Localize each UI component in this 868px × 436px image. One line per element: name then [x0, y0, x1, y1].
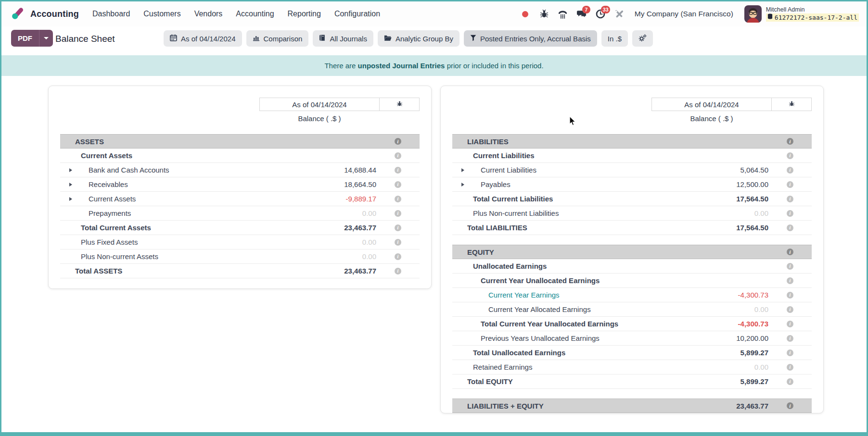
info-icon[interactable]: i — [787, 277, 793, 284]
report-line: Plus Non-current Assets0.00i — [60, 249, 420, 264]
info-icon[interactable]: i — [787, 321, 793, 327]
record-dot-icon[interactable] — [520, 9, 531, 19]
report-settings-button[interactable] — [632, 30, 653, 47]
info-icon[interactable]: i — [787, 167, 793, 174]
info-icon[interactable]: i — [787, 181, 793, 188]
info-icon[interactable]: i — [395, 138, 401, 145]
liabilities-equity-table: LIABILITIESiCurrent LiabilitiesiCurrent … — [452, 134, 812, 413]
line-value: 0.00 — [754, 305, 768, 313]
info-icon[interactable]: i — [787, 378, 793, 385]
info-icon[interactable]: i — [787, 152, 793, 159]
report-line: Total ASSETS23,463.77i — [60, 264, 420, 278]
info-icon[interactable]: i — [395, 152, 401, 159]
info-icon[interactable]: i — [787, 138, 793, 145]
info-icon[interactable]: i — [395, 253, 401, 260]
info-icon[interactable]: i — [787, 349, 793, 356]
pdf-button[interactable]: PDF — [11, 30, 39, 47]
line-label: Total EQUITY — [452, 377, 513, 386]
report-line[interactable]: Payables12,500.00i — [452, 177, 812, 192]
currency-filter-button[interactable]: In .$ — [601, 30, 628, 47]
user-name: Mitchell Admin — [766, 6, 859, 14]
line-label: Current Year Unallocated Earnings — [452, 276, 600, 285]
phone-icon[interactable] — [558, 9, 568, 19]
pdf-dropdown-toggle[interactable] — [39, 30, 53, 47]
date-filter-button[interactable]: As of 04/14/2024 — [164, 30, 242, 47]
expand-caret-icon[interactable] — [69, 197, 72, 201]
user-menu[interactable]: Mitchell Admin 61272172-saas-17-2-all — [744, 5, 859, 23]
line-label: Current Liabilities — [452, 166, 536, 174]
posted-entries-filter-button[interactable]: Posted Entries Only, Accrual Basis — [464, 30, 597, 47]
clock-icon[interactable]: 33 — [595, 9, 606, 19]
line-label: LIABILITIES + EQUITY — [452, 402, 544, 410]
report-line[interactable]: EQUITYi — [452, 245, 812, 259]
line-value: 10,200.00 — [736, 334, 768, 342]
report-line[interactable]: Bank and Cash Accounts14,688.44i — [60, 163, 420, 177]
journals-filter-button[interactable]: All Journals — [313, 30, 373, 47]
line-label: Current Liabilities — [452, 151, 535, 160]
report-line: Current Assetsi — [60, 149, 420, 163]
menu-customers[interactable]: Customers — [142, 8, 181, 20]
banner-text: There are — [324, 62, 357, 70]
chat-icon[interactable]: 7 — [576, 9, 587, 19]
report-line[interactable]: ASSETSi — [60, 134, 420, 149]
info-icon[interactable]: i — [395, 224, 401, 231]
tools-icon[interactable] — [614, 9, 625, 19]
menu-vendors[interactable]: Vendors — [193, 8, 224, 20]
info-icon[interactable]: i — [395, 167, 401, 174]
info-icon[interactable]: i — [787, 263, 793, 270]
info-icon[interactable]: i — [787, 364, 793, 371]
menu-reporting[interactable]: Reporting — [287, 8, 322, 20]
date-filter-label: As of 04/14/2024 — [181, 35, 235, 43]
report-line[interactable]: Current Liabilities5,064.50i — [452, 163, 812, 177]
menu-configuration[interactable]: Configuration — [333, 8, 381, 20]
expand-caret-icon[interactable] — [69, 168, 72, 172]
report-line: Total LIABILITIES17,564.50i — [452, 221, 812, 235]
report-line: Total Current Liabilities17,564.50i — [452, 192, 812, 206]
database-badge[interactable]: 61272172-saas-17-2-all — [766, 13, 859, 22]
column-header-date: As of 04/14/2024 — [651, 98, 772, 111]
info-icon[interactable]: i — [395, 210, 401, 217]
info-icon[interactable]: i — [395, 239, 401, 246]
line-value: -4,300.73 — [738, 320, 768, 328]
info-icon[interactable]: i — [787, 210, 793, 217]
report-line[interactable]: LIABILITIES + EQUITY23,463.77i — [452, 399, 812, 413]
line-label[interactable]: Current Year Earnings — [452, 291, 560, 299]
info-icon[interactable]: i — [395, 268, 401, 274]
menu-dashboard[interactable]: Dashboard — [91, 8, 131, 20]
column-subheader: Balance ( .$ ) — [259, 114, 380, 124]
apps-menu-button[interactable]: Accounting — [11, 6, 79, 22]
report-line: Total Current Year Unallocated Earnings-… — [452, 317, 812, 331]
info-icon[interactable]: i — [787, 402, 793, 409]
info-icon[interactable]: i — [787, 306, 793, 313]
top-navbar: Accounting Dashboard Customers Vendors A… — [1, 1, 867, 26]
info-icon[interactable]: i — [787, 196, 793, 202]
comparison-filter-button[interactable]: Comparison — [246, 30, 309, 47]
info-icon[interactable]: i — [787, 335, 793, 342]
report-section: EQUITYiUnallocated EarningsiCurrent Year… — [452, 245, 812, 389]
avatar — [744, 5, 762, 23]
company-switcher[interactable]: My Company (San Francisco) — [635, 10, 733, 18]
report-line[interactable]: Current Assets-9,889.17i — [60, 192, 420, 206]
info-icon[interactable]: i — [395, 181, 401, 188]
report-line: Total EQUITY5,899.27i — [452, 374, 812, 389]
line-value: 0.00 — [754, 209, 768, 217]
analytic-filter-button[interactable]: Analytic Group By — [378, 30, 460, 47]
line-label: Prepayments — [60, 209, 131, 217]
menu-accounting[interactable]: Accounting — [235, 8, 275, 20]
expand-caret-icon[interactable] — [461, 183, 464, 187]
line-label: Current Assets — [60, 151, 132, 160]
debug-column-header — [772, 98, 812, 111]
info-icon[interactable]: i — [395, 196, 401, 202]
expand-caret-icon[interactable] — [69, 183, 72, 187]
info-icon[interactable]: i — [787, 249, 793, 255]
info-icon[interactable]: i — [787, 224, 793, 231]
line-label: Plus Fixed Assets — [60, 238, 138, 246]
info-icon[interactable]: i — [787, 292, 793, 299]
report-line[interactable]: Receivables18,664.50i — [60, 177, 420, 192]
line-value: 0.00 — [754, 363, 768, 371]
gears-icon — [638, 34, 647, 43]
report-line: Unallocated Earningsi — [452, 259, 812, 274]
expand-caret-icon[interactable] — [461, 168, 464, 172]
report-line[interactable]: LIABILITIESi — [452, 134, 812, 149]
bug-icon[interactable] — [539, 9, 549, 19]
